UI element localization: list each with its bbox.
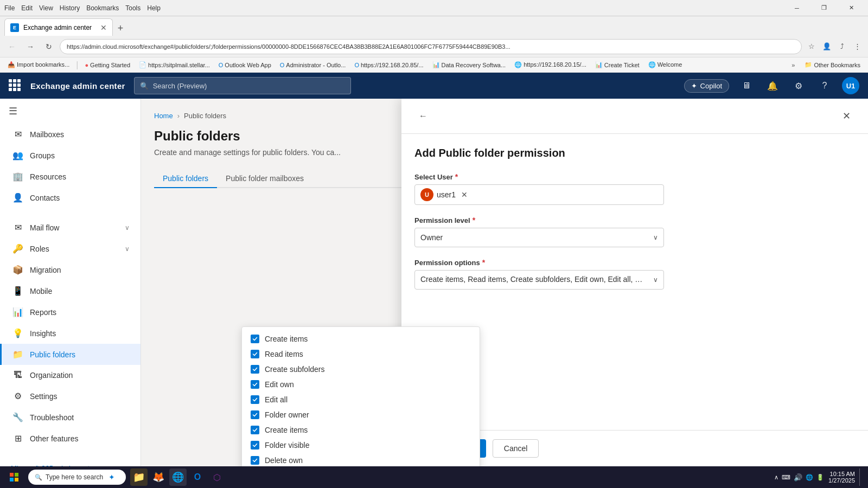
sidebar-item-publicfolders[interactable]: 📁 Public folders	[0, 344, 141, 365]
user-select-box[interactable]: U user1 ✕	[414, 184, 664, 205]
address-input[interactable]	[60, 39, 802, 54]
menu-file[interactable]: File	[4, 4, 15, 12]
share-icon[interactable]: ⤴	[835, 40, 848, 53]
start-button[interactable]	[4, 467, 24, 487]
permission-options-select[interactable]: Create items, Read items, Create subfold…	[414, 270, 664, 290]
tab-close-button[interactable]: ✕	[100, 23, 107, 32]
checkbox-read-items[interactable]: Read items	[242, 346, 480, 362]
bookmark-stellar[interactable]: 📄 https://sitplmail.stellar...	[136, 60, 213, 69]
panel-close-button[interactable]: ✕	[838, 107, 855, 125]
checkbox-create-items-1[interactable]: Create items	[242, 331, 480, 346]
sidebar-item-otherfeatures[interactable]: ⊞ Other features	[0, 428, 141, 449]
bookmark-ip2[interactable]: 🌐 https://192.168.20.15/...	[511, 60, 590, 69]
taskbar-sound-icon[interactable]: 🔊	[794, 473, 802, 481]
menu-edit[interactable]: Edit	[21, 4, 33, 12]
sidebar-label-otherfeatures: Other features	[30, 434, 79, 443]
checkbox-folder-visible[interactable]: Folder visible	[242, 438, 480, 453]
taskbar-app-outlook[interactable]: O	[189, 468, 206, 486]
notification-bell-icon[interactable]: 🔔	[764, 77, 781, 94]
bookmark-import[interactable]: 📥 Import bookmarks...	[4, 60, 73, 69]
taskbar-search-box[interactable]: 🔍 Type here to search ✦	[28, 470, 126, 485]
sidebar-item-roles[interactable]: 🔑 Roles ∨	[0, 238, 141, 259]
taskbar-app-vs[interactable]: ⬡	[208, 468, 226, 486]
sidebar-item-mailflow[interactable]: ✉ Mail flow ∨	[0, 217, 141, 238]
sidebar-item-mobile[interactable]: 📱 Mobile	[0, 280, 141, 301]
bookmark-star-icon[interactable]: ☆	[805, 40, 818, 53]
contacts-icon: 👤	[12, 192, 23, 203]
select-user-label: Select User *	[414, 172, 855, 181]
checkbox-folder-owner[interactable]: Folder owner	[242, 407, 480, 422]
more-options-icon[interactable]: ⋮	[851, 40, 864, 53]
sidebar-item-mailboxes[interactable]: ✉ Mailboxes	[0, 124, 141, 145]
taskbar-battery-icon[interactable]: 🔋	[816, 474, 824, 481]
user-tag-remove-button[interactable]: ✕	[461, 190, 468, 199]
menu-tools[interactable]: Tools	[125, 4, 141, 12]
maximize-button[interactable]: ❐	[812, 0, 837, 16]
sidebar-item-resources[interactable]: 🏢 Resources	[0, 166, 141, 187]
sidebar-item-groups[interactable]: 👥 Groups	[0, 145, 141, 166]
cancel-button[interactable]: Cancel	[493, 439, 539, 458]
waffle-menu-icon[interactable]	[9, 79, 22, 92]
sidebar-item-settings[interactable]: ⚙ Settings	[0, 386, 141, 407]
bookmark-datarecovery[interactable]: 📊 Data Recovery Softwa...	[429, 60, 509, 69]
browser-profile-icon[interactable]: 👤	[820, 40, 833, 53]
permission-level-value: Owner	[420, 233, 443, 242]
sidebar-item-migration[interactable]: 📦 Migration	[0, 259, 141, 280]
taskbar-network-icon[interactable]: 🌐	[806, 474, 813, 481]
tab-public-folder-mailboxes[interactable]: Public folder mailboxes	[217, 170, 312, 188]
breadcrumb-home[interactable]: Home	[154, 112, 173, 120]
taskbar-up-arrow-icon[interactable]: ∧	[774, 474, 778, 481]
menu-history[interactable]: History	[60, 4, 80, 12]
taskbar-show-desktop-button[interactable]	[859, 468, 864, 486]
menu-help[interactable]: Help	[147, 4, 161, 12]
sidebar-item-reports[interactable]: 📊 Reports	[0, 301, 141, 323]
checkbox-create-subfolders[interactable]: Create subfolders	[242, 362, 480, 377]
taskbar-app-explorer[interactable]: 📁	[130, 468, 148, 486]
permission-level-select[interactable]: Owner ∨	[414, 228, 664, 247]
bookmark-getting-started[interactable]: ● Getting Started	[81, 61, 133, 69]
monitor-icon[interactable]: 🖥	[738, 77, 755, 94]
refresh-button[interactable]: ↻	[41, 39, 56, 54]
taskbar-app-firefox[interactable]: 🦊	[150, 468, 167, 486]
menu-view[interactable]: View	[39, 4, 53, 12]
active-tab[interactable]: E Exchange admin center ✕	[4, 18, 113, 36]
bookmark-other[interactable]: 📁 Other Bookmarks	[801, 60, 864, 69]
sidebar-toggle-button[interactable]: ☰	[0, 99, 141, 124]
sidebar-item-troubleshoot[interactable]: 🔧 Troubleshoot	[0, 407, 141, 428]
taskbar-keyboard-icon[interactable]: ⌨	[782, 474, 790, 481]
sidebar-item-insights[interactable]: 💡 Insights	[0, 323, 141, 344]
user-avatar[interactable]: U1	[842, 77, 859, 94]
bookmark-owa[interactable]: O Outlook Web App	[215, 61, 275, 69]
back-button[interactable]: ←	[4, 39, 20, 54]
bookmark-ip1[interactable]: O https://192.168.20.85/...	[351, 61, 426, 69]
tab-public-folders[interactable]: Public folders	[154, 170, 217, 188]
taskbar-time-value: 10:15 AM	[830, 471, 855, 477]
checkbox-create-items-2[interactable]: Create items	[242, 422, 480, 438]
sidebar-item-contacts[interactable]: 👤 Contacts	[0, 187, 141, 208]
bookmark-ticket[interactable]: 📊 Create Ticket	[592, 60, 643, 69]
taskbar-app-chrome[interactable]: 🌐	[169, 468, 187, 486]
help-question-icon[interactable]: ?	[816, 77, 833, 94]
taskbar: 🔍 Type here to search ✦ 📁 🦊 🌐 O ⬡ ∧ ⌨ 🔊 …	[0, 466, 868, 488]
bookmarks-more-button[interactable]: »	[789, 61, 797, 69]
new-tab-button[interactable]: +	[113, 21, 128, 36]
bookmark-admin[interactable]: O Administrator - Outlo...	[277, 61, 349, 69]
menu-bookmarks[interactable]: Bookmarks	[86, 4, 119, 12]
select-user-group: Select User * U user1 ✕	[414, 172, 855, 205]
taskbar-clock[interactable]: 10:15 AM 1/27/2025	[828, 471, 855, 484]
forward-button[interactable]: →	[23, 39, 38, 54]
sidebar-item-organization[interactable]: 🏗 Organization	[0, 365, 141, 386]
checkbox-delete-own[interactable]: Delete own	[242, 453, 480, 466]
checkbox-edit-all[interactable]: Edit all	[242, 392, 480, 407]
app-search-box[interactable]: 🔍 Search (Preview)	[134, 77, 351, 94]
m365-admin-center-link[interactable]: Microsoft 365 admin center	[0, 458, 141, 466]
permission-level-chevron-icon: ∨	[653, 234, 658, 241]
panel-back-button[interactable]: ←	[414, 107, 432, 125]
checkbox-edit-own[interactable]: Edit own	[242, 377, 480, 392]
checkbox-icon-edit-own	[251, 380, 259, 389]
copilot-button[interactable]: ✦ Copilot	[684, 79, 729, 93]
bookmark-welcome[interactable]: 🌐 Welcome	[645, 60, 686, 69]
minimize-button[interactable]: ─	[784, 0, 809, 16]
close-button[interactable]: ✕	[839, 0, 864, 16]
settings-gear-icon[interactable]: ⚙	[790, 77, 807, 94]
